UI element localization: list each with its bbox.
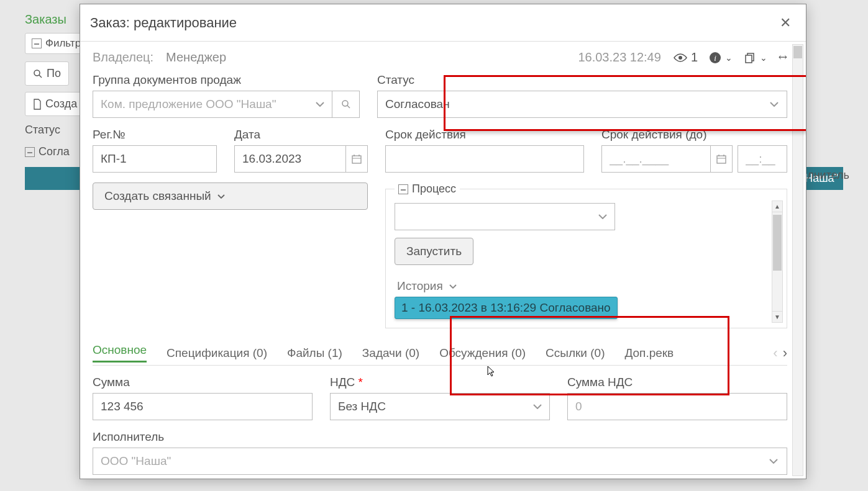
vat-sum-input[interactable] [567, 393, 787, 420]
history-toggle[interactable]: История [397, 279, 767, 293]
process-legend[interactable]: Процесс [395, 182, 460, 196]
svg-rect-13 [717, 156, 726, 163]
search-icon [33, 69, 43, 79]
chevron-down-icon [598, 214, 607, 219]
bg-executor-header: лнитель [807, 169, 849, 182]
highlight-status [444, 75, 806, 131]
bg-filter[interactable]: Фильтр [25, 33, 88, 54]
validity-to-time-input[interactable] [738, 145, 787, 173]
run-process-button[interactable]: Запустить [395, 238, 473, 265]
scroll-thumb[interactable] [773, 215, 782, 271]
scrollbar-thumb[interactable] [793, 46, 802, 58]
chevron-down-icon [316, 102, 324, 107]
info-icon: i [709, 52, 721, 64]
search-icon [341, 99, 351, 109]
owner-value: Менеджер [166, 50, 226, 65]
chevron-down-icon: ⌄ [760, 53, 767, 63]
process-fieldset: Процесс Запустить [385, 182, 787, 328]
eye-icon [674, 53, 687, 62]
executor-dropdown-arrow[interactable] [761, 448, 787, 475]
expand-button[interactable]: ⤢ [779, 51, 787, 64]
scroll-up-icon[interactable]: ▲ [772, 201, 782, 212]
regno-input[interactable] [93, 145, 217, 173]
close-button[interactable]: ✕ [775, 12, 796, 34]
date-input[interactable] [234, 145, 345, 173]
date-picker-button[interactable] [345, 145, 368, 173]
owner-label: Владелец: [93, 50, 153, 65]
highlight-history [450, 316, 729, 395]
vat-select[interactable]: Без НДС [330, 393, 526, 420]
svg-point-0 [34, 70, 40, 76]
doc-group-dropdown-arrow[interactable] [308, 91, 332, 118]
svg-point-7 [342, 101, 348, 106]
created-datetime: 16.03.23 12:49 [578, 50, 660, 65]
chevron-down-icon: ⌄ [725, 53, 733, 63]
sum-input[interactable] [93, 393, 313, 420]
vat-dropdown-arrow[interactable] [526, 393, 550, 420]
tab-main[interactable]: Основное [93, 343, 147, 363]
bg-status-value: Согла [39, 145, 70, 158]
doc-group-search-button[interactable] [332, 91, 360, 118]
create-linked-button[interactable]: Создать связанный [93, 182, 368, 210]
regno-label: Рег.№ [93, 128, 217, 142]
tabs-next[interactable]: › [783, 345, 787, 361]
executor-select[interactable]: ООО "Наша" [93, 448, 761, 475]
bg-create-button[interactable]: Созда [25, 92, 85, 116]
validity-to-date-input[interactable] [601, 145, 710, 173]
bg-create-label: Созда [45, 97, 77, 110]
copy-dropdown[interactable]: ⌄ [744, 52, 767, 64]
view-count: 1 [691, 50, 698, 65]
chevron-down-icon [769, 459, 778, 464]
svg-point-2 [678, 56, 682, 60]
order-edit-dialog: Заказ: редактирование ✕ Владелец: Менедж… [80, 4, 806, 479]
views-indicator[interactable]: 1 [674, 50, 698, 65]
process-scrollbar[interactable]: ▲ ▼ [772, 200, 783, 323]
svg-line-1 [39, 75, 42, 78]
tab-files[interactable]: Файлы (1) [287, 346, 342, 360]
validity-to-date-picker[interactable] [710, 145, 733, 173]
svg-text:i: i [714, 53, 716, 63]
tabs-prev[interactable]: ‹ [773, 345, 777, 361]
expand-icon: ⤢ [775, 50, 791, 65]
validity-input[interactable] [385, 145, 584, 173]
collapse-icon [25, 147, 35, 157]
info-dropdown[interactable]: i ⌄ [709, 52, 733, 64]
bg-filter-label: Фильтр [45, 37, 81, 50]
sum-label: Сумма [93, 376, 313, 389]
chevron-down-icon [217, 194, 225, 199]
chevron-down-icon [533, 404, 542, 409]
svg-rect-9 [352, 156, 361, 163]
process-label: Процесс [412, 182, 456, 196]
date-label: Дата [234, 128, 368, 142]
svg-rect-6 [746, 55, 752, 63]
process-dropdown-arrow[interactable] [591, 203, 615, 230]
run-label: Запустить [406, 245, 462, 258]
copy-icon [744, 52, 756, 64]
executor-label: Исполнитель [93, 430, 787, 444]
dialog-title: Заказ: редактирование [90, 15, 237, 31]
create-linked-label: Создать связанный [104, 189, 211, 203]
svg-line-8 [347, 106, 350, 108]
calendar-icon [352, 154, 362, 164]
tab-tasks[interactable]: Задачи (0) [362, 346, 419, 360]
collapse-icon [32, 38, 42, 48]
history-label-text: История [397, 279, 443, 293]
bg-search-label: По [47, 67, 61, 80]
tab-spec[interactable]: Спецификация (0) [167, 346, 267, 360]
calendar-icon [716, 154, 726, 164]
collapse-icon [398, 184, 408, 194]
scroll-down-icon[interactable]: ▼ [772, 311, 782, 322]
bg-search-button[interactable]: По [25, 61, 69, 86]
doc-group-label: Группа документов продаж [93, 73, 360, 87]
document-icon [33, 99, 42, 110]
doc-group-select[interactable]: Ком. предложение ООО "Наша" [93, 91, 308, 118]
chevron-down-icon [449, 284, 457, 289]
process-select[interactable] [395, 203, 591, 230]
